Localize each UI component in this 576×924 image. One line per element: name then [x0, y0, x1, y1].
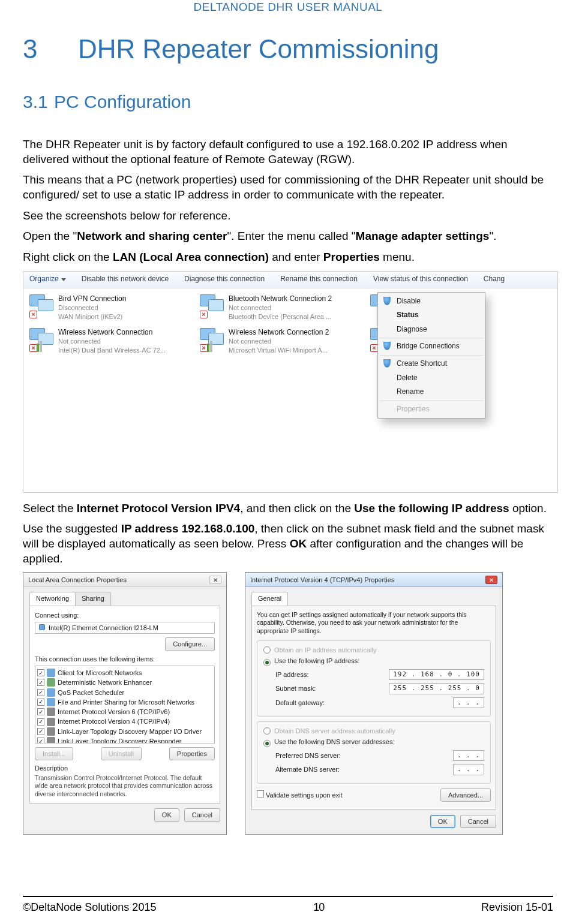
footer-left: ©DeltaNode Solutions 2015: [23, 901, 156, 914]
context-menu-item[interactable]: Diagnose: [380, 323, 483, 337]
toolbar: Organize Disable this network device Dia…: [23, 272, 557, 288]
checkbox[interactable]: ✓: [37, 728, 44, 735]
context-menu-item[interactable]: Disable: [380, 294, 483, 309]
connection-icon: ×: [29, 328, 53, 352]
checkbox[interactable]: ✓: [37, 708, 44, 715]
dialog-title: Local Area Connection Properties: [28, 576, 127, 584]
validate-checkbox[interactable]: [257, 790, 264, 797]
context-menu-item: Properties: [380, 402, 483, 417]
info-text: You can get IP settings assigned automat…: [257, 611, 491, 636]
toolbar-item[interactable]: Chang: [484, 275, 505, 284]
toolbar-item[interactable]: Rename this connection: [280, 275, 358, 284]
checkbox[interactable]: ✓: [37, 738, 44, 744]
preferred-dns-input[interactable]: . . .: [453, 750, 484, 761]
component-list[interactable]: ✓Client for Microsoft Networks✓Determini…: [35, 666, 215, 744]
alternate-dns-input[interactable]: . . .: [453, 764, 484, 775]
shield-icon: [383, 342, 391, 350]
connection-item[interactable]: ×Bird VPN ConnectionDisconnectedWAN Mini…: [29, 294, 181, 321]
close-button[interactable]: ✕: [209, 576, 221, 584]
toolbar-item[interactable]: View status of this connection: [373, 275, 468, 284]
organize-menu[interactable]: Organize: [29, 275, 66, 284]
context-menu-item[interactable]: Bridge Connections: [380, 339, 483, 354]
list-item[interactable]: ✓Client for Microsoft Networks: [37, 668, 212, 678]
component-icon: [47, 688, 55, 697]
list-item[interactable]: ✓Internet Protocol Version 6 (TCP/IPv6): [37, 707, 212, 717]
heading-1: 3 DHR Repeater Commissioning: [23, 32, 553, 66]
footer-right: Revision 15-01: [481, 901, 553, 914]
list-item[interactable]: ✓Deterministic Network Enhancer: [37, 678, 212, 687]
toolbar-item[interactable]: Disable this network device: [82, 275, 169, 284]
list-item[interactable]: ✓Link-Layer Topology Discovery Responder: [37, 736, 212, 744]
ip-address-input[interactable]: 192 . 168 . 0 . 100: [389, 669, 484, 680]
context-menu-item[interactable]: Status: [380, 308, 483, 323]
label: IP address:: [275, 670, 365, 679]
close-button[interactable]: ✕: [485, 576, 497, 584]
page-footer: ©DeltaNode Solutions 2015 10 Revision 15…: [23, 896, 553, 914]
checkbox[interactable]: ✓: [37, 689, 44, 696]
paragraph: Select the Internet Protocol Version IPV…: [23, 501, 553, 516]
chevron-down-icon: [61, 278, 66, 281]
shield-icon: [383, 297, 391, 305]
label: Alternate DNS server:: [275, 765, 365, 773]
label: Subnet mask:: [275, 684, 365, 693]
dialog-title: Internet Protocol Version 4 (TCP/IPv4) P…: [250, 576, 394, 584]
component-icon: [47, 678, 55, 687]
radio-obtain-ip: [263, 646, 271, 654]
radio-static-dns[interactable]: [263, 740, 271, 747]
ok-button[interactable]: OK: [430, 815, 455, 828]
paragraph: Right click on the LAN (Local Area conne…: [23, 250, 553, 265]
configure-button[interactable]: Configure...: [165, 637, 215, 651]
h2-number: 3.1: [23, 90, 54, 113]
paragraph: Open the "Network and sharing center". E…: [23, 229, 553, 244]
document-header: DELTANODE DHR USER MANUAL: [23, 0, 553, 15]
list-item[interactable]: ✓Internet Protocol Version 4 (TCP/IPv4): [37, 717, 212, 726]
ok-button[interactable]: OK: [154, 808, 179, 821]
component-icon: [47, 727, 55, 736]
cancel-button[interactable]: Cancel: [184, 808, 220, 821]
advanced-button[interactable]: Advanced...: [440, 788, 491, 802]
toolbar-item[interactable]: Diagnose this connection: [184, 275, 265, 284]
context-menu-item[interactable]: Delete: [380, 371, 483, 386]
tab-sharing[interactable]: Sharing: [75, 592, 111, 605]
page-number: 10: [313, 901, 324, 914]
label: This connection uses the following items…: [35, 655, 215, 663]
ipv4-properties-dialog: Internet Protocol Version 4 (TCP/IPv4) P…: [245, 572, 503, 835]
install-button[interactable]: Install...: [35, 747, 73, 760]
list-item[interactable]: ✓QoS Packet Scheduler: [37, 688, 212, 697]
component-icon: [47, 718, 55, 726]
label: Description: [35, 764, 215, 772]
adapter-field: Intel(R) Ethernet Connection I218-LM: [35, 622, 215, 634]
uninstall-button[interactable]: Uninstall: [101, 747, 142, 760]
gateway-input[interactable]: . . .: [453, 697, 484, 708]
context-menu-item[interactable]: Rename: [380, 385, 483, 399]
connection-icon: ×: [200, 294, 224, 318]
label: Default gateway:: [275, 699, 365, 707]
tab-networking[interactable]: Networking: [29, 592, 76, 605]
checkbox[interactable]: ✓: [37, 699, 44, 706]
paragraph: Use the suggested IP address 192.168.0.1…: [23, 522, 553, 566]
list-item[interactable]: ✓Link-Layer Topology Discovery Mapper I/…: [37, 727, 212, 736]
shield-icon: [383, 359, 391, 368]
checkbox[interactable]: ✓: [37, 679, 44, 686]
radio-static-ip[interactable]: [263, 659, 271, 666]
list-item[interactable]: ✓File and Printer Sharing for Microsoft …: [37, 697, 212, 707]
checkbox[interactable]: ✓: [37, 669, 44, 676]
subnet-mask-input[interactable]: 255 . 255 . 255 . 0: [389, 683, 484, 694]
component-icon: [47, 708, 55, 716]
description-text: Transmission Control Protocol/Internet P…: [35, 774, 215, 799]
lan-properties-dialog: Local Area Connection Properties ✕ Netwo…: [23, 572, 227, 835]
checkbox[interactable]: ✓: [37, 718, 44, 726]
h1-text: DHR Repeater Commissioning: [78, 32, 439, 66]
context-menu-item[interactable]: Create Shortcut: [380, 357, 483, 371]
label: Connect using:: [35, 611, 215, 619]
h2-text: PC Configuration: [54, 90, 191, 113]
properties-button[interactable]: Properties: [169, 747, 215, 760]
paragraph: This means that a PC (network properties…: [23, 173, 553, 202]
component-icon: [47, 698, 55, 706]
paragraph: The DHR Repeater unit is by factory defa…: [23, 137, 553, 167]
connection-item[interactable]: ×Wireless Network ConnectionNot connecte…: [29, 328, 181, 354]
connection-item[interactable]: ×Wireless Network Connection 2Not connec…: [200, 328, 351, 354]
cancel-button[interactable]: Cancel: [460, 815, 496, 828]
connection-item[interactable]: ×Bluetooth Network Connection 2Not conne…: [200, 294, 351, 321]
tab-general[interactable]: General: [251, 592, 288, 605]
